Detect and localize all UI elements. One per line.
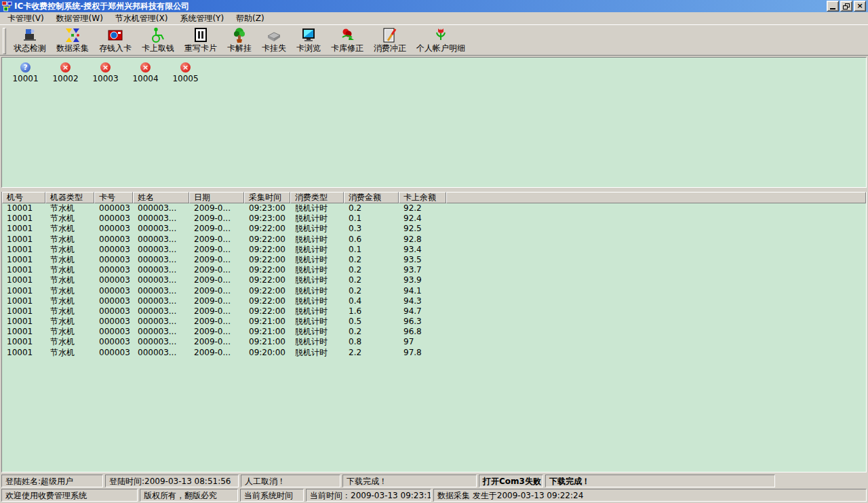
table-cell: 000003... xyxy=(133,224,189,234)
table-cell: 节水机 xyxy=(45,327,94,337)
toolbar-gripper[interactable] xyxy=(3,28,6,54)
toolbar-button-card-report-loss[interactable]: 卡挂失 xyxy=(257,26,291,54)
column-header[interactable]: 卡号 xyxy=(94,192,133,203)
toolbar-button-card-unsuspend[interactable]: 卡解挂 xyxy=(222,26,256,54)
table-cell: 脱机计时 xyxy=(290,214,344,224)
table-cell: 节水机 xyxy=(45,337,94,347)
deposit-to-card-icon xyxy=(107,27,123,43)
table-row[interactable]: 10001节水机000003000003...2009-0...09:21:00… xyxy=(2,327,866,337)
toolbar-button-label: 存钱入卡 xyxy=(99,43,132,53)
table-row[interactable]: 10001节水机000003000003...2009-0...09:21:00… xyxy=(2,337,866,347)
table-row[interactable]: 10001节水机000003000003...2009-0...09:22:00… xyxy=(2,224,866,234)
toolbar-button-personal-account-detail[interactable]: 个人帐户明细 xyxy=(412,26,470,54)
column-header[interactable]: 日期 xyxy=(189,192,244,203)
device-10002[interactable]: ×10002 xyxy=(45,62,85,83)
table-cell: 0.3 xyxy=(344,224,399,234)
table-cell: 0.2 xyxy=(344,286,399,296)
table-cell: 1.6 xyxy=(344,306,399,317)
table-cell: 10001 xyxy=(2,203,45,214)
device-10005[interactable]: ×10005 xyxy=(165,62,205,83)
table-row[interactable]: 10001节水机000003000003...2009-0...09:22:00… xyxy=(2,255,866,265)
table-cell: 10001 xyxy=(2,317,45,327)
table-cell: 2009-0... xyxy=(189,296,244,306)
toolbar-button-withdraw-from-card[interactable]: 卡上取钱 xyxy=(137,26,179,54)
toolbar-button-consume-reversal[interactable]: 消费冲正 xyxy=(369,26,411,54)
minimize-button[interactable] xyxy=(827,1,839,12)
toolbar-button-label: 个人帐户明细 xyxy=(416,43,465,53)
table-cell: 节水机 xyxy=(45,317,94,327)
table-row[interactable]: 10001节水机000003000003...2009-0...09:22:00… xyxy=(2,306,866,317)
toolbar-button-label: 状态检测 xyxy=(14,43,46,53)
table-cell: 000003 xyxy=(94,337,133,347)
table-cell: 94.3 xyxy=(399,296,446,306)
table-cell: 09:21:00 xyxy=(244,327,290,337)
table-cell: 0.1 xyxy=(344,245,399,255)
menu-bar: 卡管理(V)数据管理(W)节水机管理(X)系统管理(Y)帮助(Z) xyxy=(0,12,868,24)
menu-item[interactable]: 数据管理(W) xyxy=(50,12,109,24)
menu-item[interactable]: 帮助(Z) xyxy=(230,12,271,24)
table-cell: 92.2 xyxy=(399,203,446,214)
close-icon: × xyxy=(856,3,863,9)
table-row[interactable]: 10001节水机000003000003...2009-0...09:22:00… xyxy=(2,296,866,306)
table-cell: 节水机 xyxy=(45,348,94,358)
table-cell: 2009-0... xyxy=(189,245,244,255)
table-row[interactable]: 10001节水机000003000003...2009-0...09:23:00… xyxy=(2,214,866,224)
table-cell: 10001 xyxy=(2,348,45,358)
table-row[interactable]: 10001节水机000003000003...2009-0...09:22:00… xyxy=(2,235,866,245)
table-row[interactable]: 10001节水机000003000003...2009-0...09:22:00… xyxy=(2,286,866,296)
table-cell: 000003 xyxy=(94,214,133,224)
column-header[interactable]: 消费类型 xyxy=(290,192,344,203)
menu-item[interactable]: 节水机管理(X) xyxy=(109,12,174,24)
device-unknown-icon: ? xyxy=(20,62,31,73)
column-header[interactable]: 采集时间 xyxy=(244,192,290,203)
status-panel: 登陆时间:2009-03-13 08:51:56 xyxy=(105,475,239,487)
table-row[interactable]: 10001节水机000003000003...2009-0...09:22:00… xyxy=(2,275,866,285)
table-cell: 000003... xyxy=(133,245,189,255)
table-cell: 000003... xyxy=(133,265,189,275)
table-cell: 93.5 xyxy=(399,255,446,265)
table-row[interactable]: 10001节水机000003000003...2009-0...09:22:00… xyxy=(2,245,866,255)
table-cell: 脱机计时 xyxy=(290,337,344,347)
table-cell: 10001 xyxy=(2,306,45,317)
table-cell: 节水机 xyxy=(45,306,94,317)
close-button[interactable]: × xyxy=(854,1,866,12)
table-cell: 2009-0... xyxy=(189,255,244,265)
card-db-fix-icon xyxy=(339,27,355,43)
status-panel: 打开Com3失败！ xyxy=(479,475,543,487)
toolbar-button-status-check[interactable]: 状态检测 xyxy=(9,26,51,54)
status-panel: 人工取消！ xyxy=(241,475,340,487)
column-header[interactable]: 卡上余额 xyxy=(399,192,446,203)
minimize-icon xyxy=(830,8,835,9)
column-header[interactable]: 消费金额 xyxy=(344,192,399,203)
table-cell: 脱机计时 xyxy=(290,255,344,265)
status-bar-bottom: 欢迎使用收费管理系统版权所有，翻版必究当前系统时间当前时间：2009-03-13… xyxy=(1,489,867,502)
table-cell: 脱机计时 xyxy=(290,348,344,358)
table-cell: 节水机 xyxy=(45,235,94,245)
device-label: 10002 xyxy=(52,75,78,83)
toolbar-button-card-browse[interactable]: 卡浏览 xyxy=(292,26,326,54)
table-cell: 93.4 xyxy=(399,245,446,255)
table-row[interactable]: 10001节水机000003000003...2009-0...09:23:00… xyxy=(2,203,866,214)
device-10003[interactable]: ×10003 xyxy=(85,62,125,83)
column-header[interactable]: 姓名 xyxy=(133,192,189,203)
table-cell: 10001 xyxy=(2,224,45,234)
menu-item[interactable]: 卡管理(V) xyxy=(1,12,50,24)
column-header[interactable]: 机号 xyxy=(2,192,45,203)
table-row[interactable]: 10001节水机000003000003...2009-0...09:22:00… xyxy=(2,265,866,275)
device-10004[interactable]: ×10004 xyxy=(125,62,165,83)
table-cell: 0.5 xyxy=(344,317,399,327)
menu-item[interactable]: 系统管理(Y) xyxy=(174,12,230,24)
toolbar-button-label: 卡挂失 xyxy=(262,43,286,53)
table-row[interactable]: 10001节水机000003000003...2009-0...09:20:00… xyxy=(2,348,866,358)
toolbar-button-deposit-to-card[interactable]: 存钱入卡 xyxy=(94,26,136,54)
toolbar-button-card-db-fix[interactable]: 卡库修正 xyxy=(326,26,368,54)
restore-button[interactable] xyxy=(840,1,852,12)
table-cell: 节水机 xyxy=(45,245,94,255)
table-row[interactable]: 10001节水机000003000003...2009-0...09:21:00… xyxy=(2,317,866,327)
column-header[interactable]: 机器类型 xyxy=(45,192,94,203)
device-10001[interactable]: ?10001 xyxy=(5,62,45,83)
records-table: 机号机器类型卡号姓名日期采集时间消费类型消费金额卡上余额 10001节水机000… xyxy=(1,192,867,472)
table-cell: 脱机计时 xyxy=(290,286,344,296)
toolbar-button-rewrite-card[interactable]: 重写卡片 xyxy=(180,26,222,54)
toolbar-button-data-collect[interactable]: 数据采集 xyxy=(52,26,94,54)
